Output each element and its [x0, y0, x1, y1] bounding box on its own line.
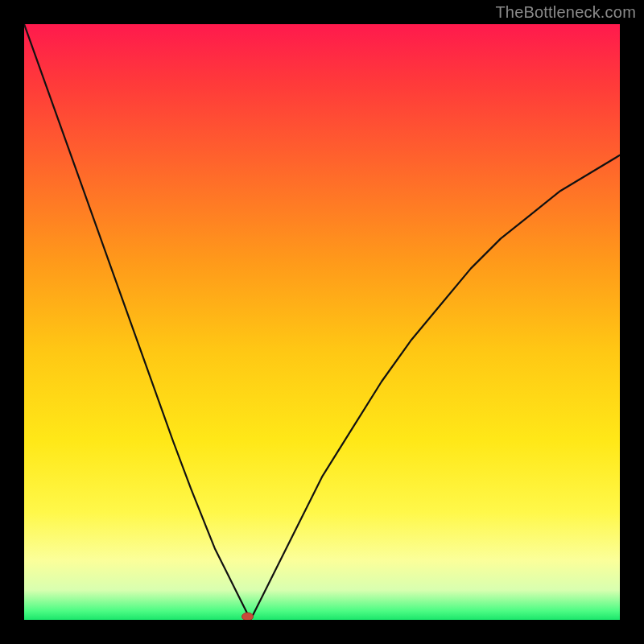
chart-frame: TheBottleneck.com: [0, 0, 644, 644]
curve-svg: [24, 24, 620, 620]
optimum-marker: [242, 613, 254, 620]
bottleneck-curve: [24, 24, 620, 620]
attribution-text: TheBottleneck.com: [495, 3, 636, 22]
plot-area: [24, 24, 620, 620]
